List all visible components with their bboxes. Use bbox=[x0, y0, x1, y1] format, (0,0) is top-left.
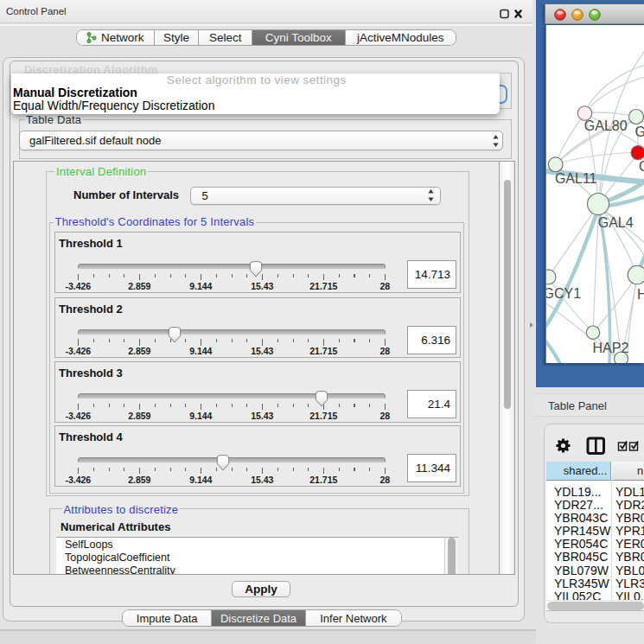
svg-text:GAL11: GAL11 bbox=[555, 171, 597, 186]
svg-text:HAP2: HAP2 bbox=[593, 341, 629, 355]
svg-text:C...: C... bbox=[639, 159, 644, 174]
svg-text:GAL4: GAL4 bbox=[598, 215, 634, 230]
svg-text:H: H bbox=[637, 287, 644, 302]
svg-text:GCY1: GCY1 bbox=[546, 286, 581, 301]
svg-text:G...: G... bbox=[635, 124, 644, 139]
svg-text:GAL80: GAL80 bbox=[584, 118, 628, 133]
